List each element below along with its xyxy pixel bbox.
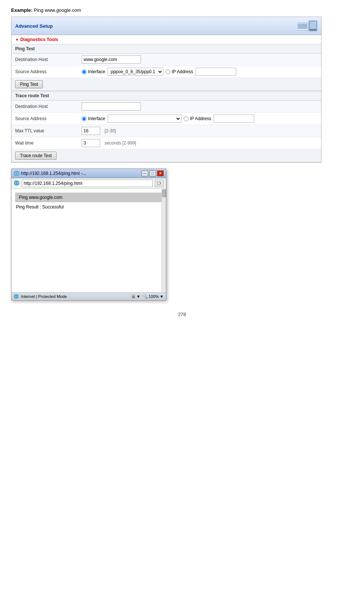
traceroute-ipaddress-label: IP Address bbox=[190, 116, 211, 121]
browser-address-bar bbox=[11, 178, 166, 189]
diagnostics-section-title: Diagnostics Tools bbox=[11, 35, 321, 44]
ping-source-control: Interface pppoe_0_8_35/ppp0.1 IP Address bbox=[82, 68, 317, 76]
scrollbar-thumb[interactable] bbox=[162, 190, 166, 197]
ping-section-title: Ping Test bbox=[11, 44, 321, 54]
browser-title-text: http://192.168.1.254/ping.html -... bbox=[14, 170, 86, 176]
example-bold: Example: bbox=[11, 7, 33, 13]
traceroute-destination-label: Destination Host bbox=[15, 104, 82, 109]
ping-destination-row: Destination Host bbox=[11, 54, 321, 66]
ping-interface-label: Interface bbox=[88, 69, 105, 74]
svg-rect-4 bbox=[310, 30, 316, 30]
status-lock: ▼ bbox=[131, 294, 140, 299]
router-panel: Advanced Setup Diagnostics Tools Ping Te… bbox=[11, 17, 322, 163]
browser-content: Ping www.google.com Ping Result : Succes… bbox=[11, 189, 166, 292]
router-header-icon bbox=[295, 19, 317, 33]
ping-source-row: Source Address Interface pppoe_0_8_35/pp… bbox=[11, 66, 321, 78]
lock-icon bbox=[131, 294, 136, 299]
traceroute-interface-radio[interactable] bbox=[82, 116, 86, 121]
browser-title-bar: http://192.168.1.254/ping.html -... — □ … bbox=[11, 169, 166, 178]
traceroute-ttl-row: Max TTL value [2-30] bbox=[11, 125, 321, 137]
traceroute-ttl-label: Max TTL value bbox=[15, 128, 82, 133]
browser-status-bar: Internet | Protected Mode ▼ 🔍 100% ▼ bbox=[11, 292, 166, 300]
traceroute-ipaddress-radio[interactable] bbox=[184, 116, 188, 121]
browser-minimize-button[interactable]: — bbox=[142, 170, 148, 176]
browser-address-input[interactable] bbox=[22, 180, 153, 187]
browser-title-label: http://192.168.1.254/ping.html -... bbox=[21, 171, 86, 176]
browser-window-controls: — □ ✕ bbox=[142, 170, 164, 176]
svg-point-5 bbox=[314, 22, 316, 23]
browser-window: http://192.168.1.254/ping.html -... — □ … bbox=[11, 169, 166, 301]
ping-source-label: Source Address bbox=[15, 69, 82, 74]
traceroute-ttl-input[interactable] bbox=[82, 127, 100, 135]
traceroute-source-control: Interface IP Address bbox=[82, 115, 317, 123]
ping-destination-label: Destination Host bbox=[15, 57, 82, 62]
traceroute-interface-radio-label[interactable]: Interface bbox=[82, 116, 105, 121]
traceroute-destination-control bbox=[82, 102, 317, 111]
ping-destination-control bbox=[82, 55, 317, 64]
traceroute-wait-control: seconds [2-999] bbox=[82, 139, 317, 147]
browser-scrollbar[interactable] bbox=[161, 189, 166, 292]
traceroute-interface-select[interactable] bbox=[108, 115, 181, 123]
browser-address-icon bbox=[14, 180, 20, 187]
traceroute-ttl-hint: [2-30] bbox=[105, 128, 116, 133]
traceroute-wait-label: Wait time bbox=[15, 140, 82, 146]
traceroute-test-button[interactable]: Trace route Test bbox=[15, 152, 57, 160]
traceroute-interface-label: Interface bbox=[88, 116, 105, 121]
router-header: Advanced Setup bbox=[11, 17, 321, 35]
browser-ie-icon bbox=[14, 170, 20, 176]
router-header-title: Advanced Setup bbox=[15, 23, 53, 29]
ping-interface-radio[interactable] bbox=[82, 69, 86, 74]
traceroute-wait-row: Wait time seconds [2-999] bbox=[11, 137, 321, 149]
ping-ipaddress-label: IP Address bbox=[172, 69, 193, 74]
zoom-dropdown-arrow: ▼ bbox=[160, 294, 164, 299]
svg-rect-3 bbox=[310, 21, 316, 29]
ping-test-button[interactable]: Ping Test bbox=[15, 80, 43, 88]
ping-interface-radio-label[interactable]: Interface bbox=[82, 69, 105, 74]
ping-result-header: Ping www.google.com bbox=[15, 193, 162, 202]
browser-go-button[interactable] bbox=[155, 180, 164, 187]
traceroute-source-label: Source Address bbox=[15, 116, 82, 121]
browser-status-text: Internet | Protected Mode bbox=[21, 294, 129, 299]
ping-ip-input[interactable] bbox=[195, 68, 236, 76]
traceroute-ttl-control: [2-30] bbox=[82, 127, 317, 135]
zoom-icon: 🔍 bbox=[143, 294, 148, 299]
status-zoom: 🔍 100% ▼ bbox=[143, 294, 164, 299]
ping-interface-select[interactable]: pppoe_0_8_35/ppp0.1 bbox=[108, 68, 163, 76]
page-number: 278 bbox=[11, 312, 353, 317]
traceroute-destination-row: Destination Host bbox=[11, 101, 321, 113]
example-heading: Example: Ping www.google.com bbox=[11, 7, 353, 13]
traceroute-wait-hint: seconds [2-999] bbox=[105, 140, 136, 146]
ping-ipaddress-radio[interactable] bbox=[166, 69, 170, 74]
traceroute-ip-input[interactable] bbox=[214, 115, 254, 123]
diagnostics-title-text: Diagnostics Tools bbox=[20, 37, 58, 42]
address-bar-icon bbox=[14, 180, 20, 186]
router-icon-svg bbox=[297, 20, 317, 32]
traceroute-section-title: Trace route Test bbox=[11, 91, 321, 101]
browser-maximize-button[interactable]: □ bbox=[149, 170, 156, 176]
example-value: Ping www.google.com bbox=[34, 7, 81, 13]
ping-destination-input[interactable] bbox=[82, 55, 141, 64]
traceroute-source-row: Source Address Interface IP Address bbox=[11, 113, 321, 125]
traceroute-button-row: Trace route Test bbox=[11, 149, 321, 162]
traceroute-destination-input[interactable] bbox=[82, 102, 141, 111]
svg-rect-20 bbox=[132, 296, 135, 298]
ping-button-row: Ping Test bbox=[11, 78, 321, 91]
traceroute-ipaddress-radio-label[interactable]: IP Address bbox=[184, 116, 211, 121]
ping-result-text: Ping Result : Successful bbox=[15, 204, 162, 210]
status-globe-icon bbox=[14, 294, 19, 299]
browser-close-button[interactable]: ✕ bbox=[157, 170, 164, 176]
browser-go-icon bbox=[157, 181, 161, 186]
zoom-value: 100% bbox=[149, 294, 159, 299]
svg-rect-1 bbox=[298, 24, 307, 29]
traceroute-wait-input[interactable] bbox=[82, 139, 100, 147]
ping-ipaddress-radio-label[interactable]: IP Address bbox=[166, 69, 193, 74]
